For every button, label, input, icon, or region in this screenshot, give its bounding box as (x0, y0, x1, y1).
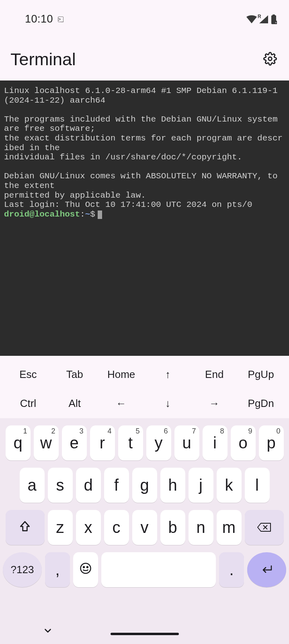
space-key[interactable] (101, 552, 216, 587)
home-indicator[interactable] (111, 633, 179, 635)
key-alt-label: 6 (164, 427, 168, 436)
svg-rect-1 (273, 14, 275, 16)
terminal-line: permitted by applicable law. (4, 191, 146, 200)
app-header: Terminal (0, 38, 289, 80)
down-key[interactable]: ↓ (145, 392, 191, 416)
keyboard-dismiss-button[interactable] (43, 625, 53, 638)
svg-point-7 (81, 563, 91, 573)
key-l[interactable]: l (245, 468, 270, 503)
key-x[interactable]: x (76, 510, 101, 545)
wifi-icon (246, 15, 257, 23)
right-key[interactable]: → (191, 392, 238, 416)
numeric-key[interactable]: ?123 (3, 552, 42, 587)
enter-key[interactable] (247, 552, 286, 587)
cursor (98, 211, 102, 219)
key-v[interactable]: v (132, 510, 157, 545)
key-h[interactable]: h (160, 468, 185, 503)
terminal-line: Last login: Thu Oct 10 17:41:00 UTC 2024… (4, 200, 252, 209)
special-keys-bar: Esc Tab Home ↑ End PgUp Ctrl Alt ← ↓ → P… (0, 356, 289, 418)
pgdn-key[interactable]: PgDn (238, 392, 284, 416)
key-t[interactable]: t5 (118, 425, 143, 460)
home-key[interactable]: Home (98, 362, 145, 386)
key-k[interactable]: k (217, 468, 242, 503)
terminal-line: individual files in /usr/share/doc/*/cop… (4, 153, 242, 162)
period-key[interactable]: . (219, 552, 244, 587)
key-g[interactable]: g (132, 468, 157, 503)
pgup-key[interactable]: PgUp (238, 362, 284, 386)
key-alt-label: 5 (135, 427, 139, 436)
settings-button[interactable] (263, 52, 277, 67)
up-key[interactable]: ↑ (145, 362, 191, 386)
terminal-line: Debian GNU/Linux comes with ABSOLUTELY N… (4, 171, 283, 190)
key-e[interactable]: e3 (62, 425, 87, 460)
tab-key[interactable]: Tab (51, 362, 98, 386)
svg-point-8 (83, 566, 84, 568)
key-alt-label: 1 (23, 427, 27, 436)
terminal-line: The programs included with the Debian GN… (4, 115, 283, 134)
key-w[interactable]: w2 (34, 425, 59, 460)
soft-keyboard: q1w2e3r4t5y6u7i8o9p0 asdfghjkl zxcvbnm ?… (0, 418, 289, 644)
key-y[interactable]: y6 (146, 425, 171, 460)
comma-key[interactable]: , (45, 552, 70, 587)
key-alt-label: 7 (192, 427, 196, 436)
key-b[interactable]: b (160, 510, 185, 545)
key-z[interactable]: z (48, 510, 73, 545)
status-bar: 10:10 >_ R + (0, 0, 289, 38)
key-r[interactable]: r4 (90, 425, 115, 460)
status-time: 10:10 (25, 13, 53, 25)
key-c[interactable]: c (104, 510, 129, 545)
key-alt-label: 4 (107, 427, 111, 436)
key-f[interactable]: f (104, 468, 129, 503)
key-alt-label: 2 (51, 427, 55, 436)
terminal-notification-icon: >_ (58, 17, 64, 22)
terminal-prompt: droid@localhost:~$ (4, 210, 102, 219)
key-u[interactable]: u7 (174, 425, 199, 460)
terminal-output[interactable]: Linux localhost 6.1.0-28-arm64 #1 SMP De… (0, 80, 289, 356)
gear-icon (263, 61, 277, 67)
key-alt-label: 3 (79, 427, 83, 436)
svg-point-9 (87, 566, 88, 568)
alt-key[interactable]: Alt (51, 392, 98, 416)
svg-point-4 (269, 57, 272, 61)
key-o[interactable]: o9 (231, 425, 256, 460)
signal-icon: R (259, 15, 268, 23)
shift-key[interactable] (6, 510, 45, 545)
key-alt-label: 0 (276, 427, 280, 436)
key-q[interactable]: q1 (6, 425, 31, 460)
key-j[interactable]: j (189, 468, 213, 503)
page-title: Terminal (10, 50, 76, 69)
key-m[interactable]: m (217, 510, 242, 545)
key-n[interactable]: n (189, 510, 213, 545)
ctrl-key[interactable]: Ctrl (5, 392, 51, 416)
key-alt-label: 8 (220, 427, 224, 436)
emoji-icon (80, 562, 92, 578)
enter-icon (260, 562, 274, 577)
end-key[interactable]: End (191, 362, 238, 386)
key-p[interactable]: p0 (259, 425, 284, 460)
key-a[interactable]: a (20, 468, 45, 503)
key-i[interactable]: i8 (203, 425, 228, 460)
emoji-key[interactable] (73, 552, 98, 587)
key-d[interactable]: d (76, 468, 101, 503)
esc-key[interactable]: Esc (5, 362, 51, 386)
svg-text:+: + (275, 21, 277, 24)
battery-icon: + (271, 14, 277, 24)
key-alt-label: 9 (248, 427, 252, 436)
left-key[interactable]: ← (98, 392, 145, 416)
system-nav-bar (0, 616, 289, 644)
shift-icon (18, 518, 31, 537)
backspace-icon (257, 518, 271, 537)
key-s[interactable]: s (48, 468, 73, 503)
terminal-line: the exact distribution terms for each pr… (4, 134, 283, 153)
terminal-line: Linux localhost 6.1.0-28-arm64 #1 SMP De… (4, 86, 283, 105)
backspace-key[interactable] (245, 510, 284, 545)
